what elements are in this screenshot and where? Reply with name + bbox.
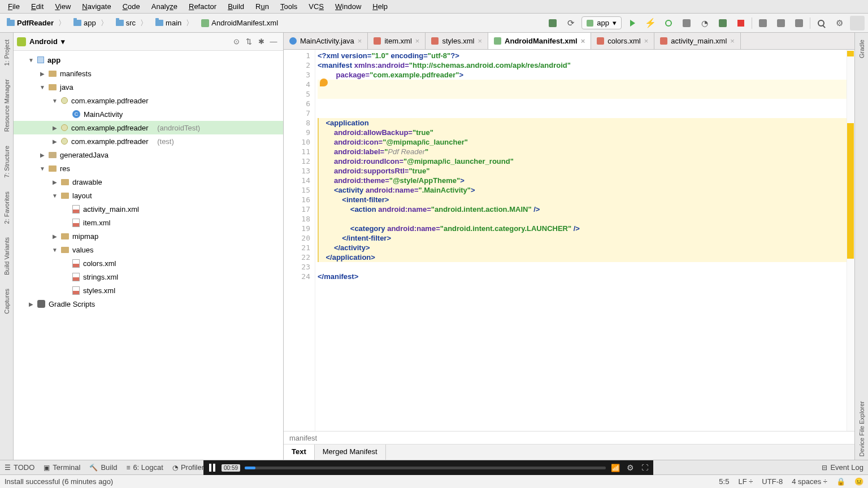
tree-node-package-androidtest[interactable]: ▶com.example.pdfreader (androidTest) [14, 121, 283, 134]
build-variants-tool-tab[interactable]: Build Variants [3, 234, 10, 278]
favorites-tool-tab[interactable]: 2: Favorites [3, 188, 10, 227]
code-content[interactable]: <?xml version="1.0" encoding="utf-8"?> <… [315, 50, 854, 282]
breadcrumb-src[interactable]: src〉 [112, 17, 151, 29]
event-log-tool-tab[interactable]: ⊟ Event Log [822, 463, 863, 472]
hector-icon[interactable]: 😐 [854, 477, 863, 486]
warning-marker[interactable] [847, 51, 854, 56]
sdk-manager-button[interactable] [774, 16, 788, 30]
memory-indicator[interactable]: 🔒 [836, 477, 845, 486]
tree-node-layout[interactable]: ▼layout [14, 189, 283, 202]
tree-file-item-xml[interactable]: item.xml [14, 216, 283, 229]
close-icon[interactable]: × [730, 37, 735, 45]
profile-button[interactable]: ◔ [697, 16, 712, 30]
text-mode-tab[interactable]: Text [284, 445, 315, 460]
tab-main-activity[interactable]: MainActivity.java× [284, 33, 368, 49]
sort-button[interactable]: ⇅ [242, 36, 255, 48]
tree-file-colors[interactable]: colors.xml [14, 256, 283, 270]
intention-bulb-icon[interactable] [320, 79, 328, 86]
menu-view[interactable]: View [50, 1, 75, 12]
menu-vcs[interactable]: VCS [304, 1, 328, 12]
tree-file-styles[interactable]: styles.xml [14, 284, 283, 297]
user-avatar[interactable] [850, 16, 865, 30]
close-icon[interactable]: × [415, 37, 420, 45]
resource-manager-tool-tab[interactable]: Resource Manager [3, 76, 10, 136]
locate-button[interactable]: ⊙ [230, 36, 242, 48]
caret-position[interactable]: 5:5 [719, 477, 729, 486]
menu-run[interactable]: Run [251, 1, 274, 12]
settings-button[interactable]: ⚙ [832, 16, 847, 30]
warning-marker[interactable] [847, 123, 854, 259]
terminal-tool-tab[interactable]: ▣ Terminal [44, 463, 80, 472]
tree-node-res[interactable]: ▼res [14, 162, 283, 175]
video-progress-track[interactable] [245, 467, 606, 469]
apply-changes-button[interactable]: ⚡ [643, 16, 658, 30]
tree-node-values[interactable]: ▼values [14, 243, 283, 256]
stop-button[interactable] [734, 16, 748, 30]
encoding-selector[interactable]: UTF-8 [762, 477, 783, 486]
project-tree[interactable]: ▼app ▶manifests ▼java ▼com.example.pdfre… [14, 51, 283, 460]
panel-settings-button[interactable]: ✱ [255, 36, 267, 48]
breadcrumb-file[interactable]: AndroidManifest.xml [198, 18, 281, 28]
tree-node-main-activity[interactable]: CMainActivity [14, 107, 283, 121]
device-file-explorer-tool-tab[interactable]: Device File Explorer [858, 398, 865, 460]
build-tool-tab[interactable]: 🔨 Build [89, 463, 117, 472]
video-quality-icon[interactable]: 📶 [610, 463, 620, 473]
tree-node-manifests[interactable]: ▶manifests [14, 67, 283, 80]
make-project-button[interactable] [545, 16, 560, 30]
chevron-down-icon[interactable]: ▾ [61, 37, 65, 46]
menu-window[interactable]: Window [331, 1, 366, 12]
structure-tool-tab[interactable]: 7: Structure [3, 142, 10, 181]
tab-styles-xml[interactable]: styles.xml× [426, 33, 488, 49]
close-icon[interactable]: × [644, 37, 649, 45]
indent-selector[interactable]: 4 spaces ÷ [792, 477, 827, 486]
tree-node-drawable[interactable]: ▶drawable [14, 175, 283, 189]
tree-node-package-main[interactable]: ▼com.example.pdfreader [14, 94, 283, 107]
tag-breadcrumb[interactable]: manifest [284, 432, 854, 444]
profiler-tool-tab[interactable]: ◔ Profiler [172, 463, 204, 472]
menu-build[interactable]: Build [223, 1, 249, 12]
tree-node-mipmap[interactable]: ▶mipmap [14, 229, 283, 243]
avd-manager-button[interactable] [756, 16, 770, 30]
breadcrumb-app[interactable]: app〉 [70, 17, 111, 29]
tree-node-java[interactable]: ▼java [14, 80, 283, 94]
tree-file-strings[interactable]: strings.xml [14, 270, 283, 284]
menu-help[interactable]: Help [368, 1, 392, 12]
run-button[interactable] [625, 16, 640, 30]
menu-refactor[interactable]: Refactor [184, 1, 221, 12]
code-editor[interactable]: 123456789101112131415161718192021222324 … [284, 50, 854, 431]
video-fullscreen-button[interactable]: ⛶ [640, 463, 650, 473]
tree-node-gradle-scripts[interactable]: ▶Gradle Scripts [14, 297, 283, 311]
hide-panel-button[interactable]: — [267, 36, 280, 48]
menu-file[interactable]: File [3, 1, 24, 12]
video-settings-button[interactable]: ⚙ [625, 463, 635, 473]
tree-node-package-test[interactable]: ▶com.example.pdfreader (test) [14, 134, 283, 148]
project-tool-tab[interactable]: 1: Project [3, 36, 10, 69]
sync-gradle-button[interactable]: ⟳ [563, 16, 578, 30]
menu-edit[interactable]: Edit [27, 1, 48, 12]
run-coverage-button[interactable] [679, 16, 694, 30]
close-icon[interactable]: × [358, 37, 362, 45]
search-everywhere-button[interactable] [814, 16, 828, 30]
logcat-tool-tab[interactable]: ≡ 6: Logcat [126, 463, 163, 472]
project-view-selector[interactable]: Android [29, 37, 58, 46]
tree-node-generated-java[interactable]: ▶generatedJava [14, 148, 283, 162]
menu-code[interactable]: Code [118, 1, 145, 12]
tab-item-xml[interactable]: item.xml× [368, 33, 426, 49]
merged-manifest-tab[interactable]: Merged Manifest [315, 445, 386, 460]
todo-tool-tab[interactable]: ☰ TODO [5, 463, 34, 472]
gradle-tool-tab[interactable]: Gradle [858, 36, 865, 62]
menu-tools[interactable]: Tools [276, 1, 302, 12]
tab-androidmanifest[interactable]: AndroidManifest.xml× [488, 33, 591, 49]
tree-file-activity-main[interactable]: activity_main.xml [14, 202, 283, 216]
line-ending-selector[interactable]: LF ÷ [738, 477, 753, 486]
tab-colors-xml[interactable]: colors.xml× [591, 33, 654, 49]
captures-tool-tab[interactable]: Captures [3, 285, 10, 317]
breadcrumb-project[interactable]: PdfReader〉 [3, 17, 69, 29]
menu-analyze[interactable]: Analyze [147, 1, 182, 12]
tab-activity-main-xml[interactable]: activity_main.xml× [654, 33, 741, 49]
close-icon[interactable]: × [478, 37, 482, 45]
tree-node-app[interactable]: ▼app [14, 53, 283, 67]
error-stripe[interactable] [847, 50, 854, 431]
breadcrumb-main[interactable]: main〉 [152, 17, 197, 29]
attach-debugger-button[interactable] [715, 16, 730, 30]
